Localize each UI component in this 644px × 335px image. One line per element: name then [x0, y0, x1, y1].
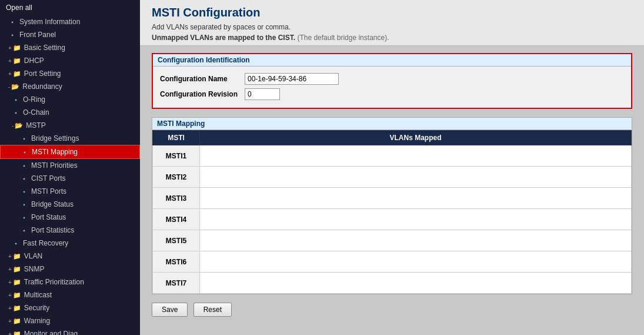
sidebar-item-cist-ports[interactable]: ▪ CIST Ports: [0, 172, 140, 185]
sidebar-item-warning[interactable]: + 📁 Warning: [0, 314, 140, 327]
unmapped-note-bold: Unmapped VLANs are mapped to the CIST.: [152, 34, 295, 42]
doc-icon: ▪: [20, 226, 28, 234]
msti-id-cell: MSTI3: [153, 188, 200, 209]
msti-vlans-textarea[interactable]: [200, 251, 631, 270]
msti-id-cell: MSTI6: [153, 251, 200, 273]
sidebar-item-fast-recovery[interactable]: ▪ Fast Recovery: [0, 237, 140, 250]
sidebar-item-o-ring[interactable]: ▪ O-Ring: [0, 93, 140, 106]
doc-icon: ▪: [20, 187, 28, 195]
expand-icon: +: [8, 279, 12, 286]
msti-id-cell: MSTI5: [153, 230, 200, 251]
sidebar-label-port-statistics: Port Statistics: [31, 226, 74, 234]
doc-icon: ▪: [20, 213, 28, 221]
save-button[interactable]: Save: [152, 303, 188, 317]
sidebar-label-vlan: VLAN: [24, 252, 42, 260]
sidebar-item-basic-setting[interactable]: + 📁 Basic Setting: [0, 41, 140, 54]
sidebar-label-warning: Warning: [24, 317, 50, 325]
config-name-row: Configuration Name: [160, 71, 343, 87]
msti-vlans-textarea[interactable]: [200, 167, 631, 185]
sidebar-label-dhcp: DHCP: [24, 57, 44, 65]
msti-vlans-textarea[interactable]: [200, 188, 631, 207]
expand-icon: +: [8, 45, 12, 51]
doc-icon: ▪: [21, 148, 29, 156]
sidebar-label-fast-recovery: Fast Recovery: [23, 239, 68, 247]
sidebar-label-msti-ports: MSTI Ports: [31, 187, 66, 195]
expand-icon: +: [8, 253, 12, 260]
msti-vlans-cell: [200, 145, 632, 167]
sidebar-item-bridge-status[interactable]: ▪ Bridge Status: [0, 198, 140, 211]
sidebar-item-port-status[interactable]: ▪ Port Status: [0, 211, 140, 224]
add-vlans-note: Add VLANs separated by spaces or comma.: [152, 23, 632, 31]
sidebar-label-bridge-settings: Bridge Settings: [31, 134, 79, 142]
sidebar-item-msti-priorities[interactable]: ▪ MSTI Priorities: [0, 159, 140, 172]
folder-icon: 📁: [13, 278, 21, 286]
folder-icon: 📁: [13, 57, 21, 65]
config-identification-table: Configuration Name Configuration Revisio…: [160, 71, 343, 102]
vlans-column-header: VLANs Mapped: [200, 131, 632, 145]
expand-icon: -: [12, 122, 14, 129]
sidebar-item-redundancy[interactable]: - 📂 Redundancy: [0, 80, 140, 93]
folder-icon: 📁: [13, 69, 21, 78]
sidebar-item-msti-mapping[interactable]: ▪ MSTI Mapping: [0, 145, 140, 159]
expand-icon: +: [8, 305, 12, 311]
folder-icon: 📁: [13, 330, 21, 335]
folder-icon: 📂: [11, 82, 19, 91]
sidebar-label-multicast: Multicast: [24, 291, 52, 299]
sidebar-item-security[interactable]: + 📁 Security: [0, 301, 140, 314]
sidebar-item-port-statistics[interactable]: ▪ Port Statistics: [0, 224, 140, 237]
sidebar-item-dhcp[interactable]: + 📁 DHCP: [0, 54, 140, 67]
sidebar-item-system-information[interactable]: ▪ System Information: [0, 15, 140, 28]
sidebar-label-front-panel: Front Panel: [19, 31, 56, 39]
sidebar-item-snmp[interactable]: + 📁 SNMP: [0, 263, 140, 276]
sidebar-item-front-panel[interactable]: ▪ Front Panel: [0, 28, 140, 41]
folder-icon: 📁: [13, 317, 21, 325]
msti-vlans-textarea[interactable]: [200, 230, 631, 249]
doc-icon: ▪: [20, 134, 28, 142]
sidebar-label-msti-mapping: MSTI Mapping: [32, 148, 78, 156]
sidebar-label-port-setting: Port Setting: [24, 69, 61, 78]
table-row: MSTI3: [153, 188, 632, 209]
sidebar-item-mstp[interactable]: - 📂 MSTP: [0, 119, 140, 132]
config-name-label: Configuration Name: [160, 71, 245, 87]
sidebar-label-snmp: SNMP: [24, 265, 45, 273]
folder-icon: 📁: [13, 44, 21, 52]
msti-table-header-row: MSTI VLANs Mapped: [153, 131, 632, 145]
main-content: MSTI Configuration Add VLANs separated b…: [140, 0, 644, 335]
doc-icon: ▪: [12, 95, 20, 104]
config-revision-label: Configuration Revision: [160, 87, 245, 102]
open-all[interactable]: Open all: [0, 0, 140, 15]
expand-icon: +: [8, 318, 12, 324]
sidebar-item-bridge-settings[interactable]: ▪ Bridge Settings: [0, 132, 140, 145]
doc-icon: ▪: [20, 174, 28, 183]
msti-vlans-textarea[interactable]: [200, 145, 631, 164]
sidebar-item-port-setting[interactable]: + 📁 Port Setting: [0, 67, 140, 80]
folder-icon: 📁: [13, 252, 21, 260]
doc-icon: ▪: [8, 18, 16, 26]
sidebar-label-traffic-prioritization: Traffic Prioritization: [24, 278, 84, 286]
msti-vlans-textarea[interactable]: [200, 209, 631, 228]
sidebar-label-cist-ports: CIST Ports: [31, 174, 65, 183]
table-row: MSTI4: [153, 209, 632, 230]
msti-id-cell: MSTI4: [153, 209, 200, 230]
sidebar-item-o-chain[interactable]: ▪ O-Chain: [0, 106, 140, 119]
sidebar-item-monitor-and-diag[interactable]: + 📁 Monitor and Diag: [0, 327, 140, 335]
table-row: MSTI1: [153, 145, 632, 167]
reset-button[interactable]: Reset: [193, 303, 232, 317]
unmapped-note-extra: (The default bridge instance).: [297, 34, 389, 42]
msti-vlans-cell: [200, 273, 632, 294]
msti-vlans-textarea[interactable]: [200, 273, 631, 291]
sidebar-item-msti-ports[interactable]: ▪ MSTI Ports: [0, 185, 140, 198]
doc-icon: ▪: [20, 161, 28, 170]
config-revision-input[interactable]: [245, 88, 280, 100]
sidebar-item-traffic-prioritization[interactable]: + 📁 Traffic Prioritization: [0, 276, 140, 288]
expand-icon: +: [8, 58, 12, 64]
folder-icon: 📁: [13, 291, 21, 299]
msti-mapping-box: MSTI Mapping MSTI VLANs Mapped MSTI1 MST…: [152, 117, 632, 294]
msti-mapping-title: MSTI Mapping: [152, 118, 632, 130]
doc-icon: ▪: [12, 108, 20, 117]
config-name-input[interactable]: [245, 73, 339, 85]
sidebar-item-vlan[interactable]: + 📁 VLAN: [0, 250, 140, 263]
expand-icon: +: [8, 331, 12, 336]
sidebar-item-multicast[interactable]: + 📁 Multicast: [0, 288, 140, 301]
msti-id-cell: MSTI2: [153, 167, 200, 188]
